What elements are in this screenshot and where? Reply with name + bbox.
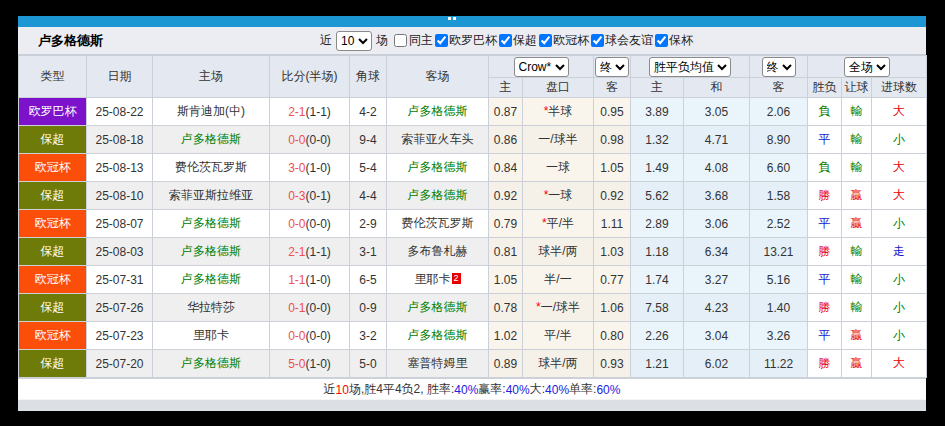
league-filter[interactable]: 保杯 xyxy=(653,32,693,49)
match-table-body: 欧罗巴杯25-08-22斯肯迪加(中)2-1(1-1)4-2卢多格德斯0.87*… xyxy=(19,98,927,378)
horizontal-scrollbar[interactable] xyxy=(18,399,926,411)
corner-score: 2-9 xyxy=(350,210,387,238)
scope-select[interactable]: 全场 xyxy=(844,57,890,77)
crow-home-odds: 0.92 xyxy=(489,182,523,210)
match-date: 25-08-22 xyxy=(87,98,153,126)
filter-bar: 卢多格德斯 近 10 场 同主 欧罗巴杯保超欧冠杯球会友谊保杯 xyxy=(18,27,926,55)
goals-result: 小 xyxy=(872,294,927,322)
col-header-goals: 进球数 xyxy=(872,78,927,98)
home-team-cell: 华拉特莎 xyxy=(153,294,270,322)
crow-handicap: *平/半 xyxy=(523,210,594,238)
away-team-name[interactable]: 卢多格德斯 xyxy=(408,300,468,314)
halftime-score: (0-0) xyxy=(306,301,331,315)
summary-segment: 60% xyxy=(596,383,620,397)
away-team-name[interactable]: 里耶卡 xyxy=(415,272,451,286)
home-team-name[interactable]: 费伦茨瓦罗斯 xyxy=(175,160,247,174)
match-row: 欧罗巴杯25-08-22斯肯迪加(中)2-1(1-1)4-2卢多格德斯0.87*… xyxy=(19,98,927,126)
crow-home-odds: 0.78 xyxy=(489,294,523,322)
away-team-name[interactable]: 费伦茨瓦罗斯 xyxy=(402,216,474,230)
match-date: 25-07-26 xyxy=(87,294,153,322)
home-team-cell: 卢多格德斯 xyxy=(153,238,270,266)
match-row: 保超25-08-03卢多格德斯2-1(1-1)3-1多布鲁札赫0.81球半/两1… xyxy=(19,238,927,266)
away-team-name[interactable]: 卢多格德斯 xyxy=(408,188,468,202)
goals-result: 小 xyxy=(872,126,927,154)
corner-score: 5-4 xyxy=(350,154,387,182)
avg-away-odds: 2.06 xyxy=(750,98,808,126)
fulltime-score: 1-1 xyxy=(288,273,305,287)
league-filter[interactable]: 欧罗巴杯 xyxy=(433,32,497,49)
halftime-score: (1-0) xyxy=(306,273,331,287)
corner-score: 3-2 xyxy=(350,322,387,350)
league-filter-checkbox[interactable] xyxy=(591,34,604,47)
avg-final-select[interactable]: 终 xyxy=(762,57,796,77)
crow-handicap: 球半/两 xyxy=(523,350,594,378)
crow-final-select[interactable]: 终 xyxy=(595,57,629,77)
home-team-name[interactable]: 斯肯迪加(中) xyxy=(177,104,245,118)
matches-table: 类型 日期 主场 比分(半场) 角球 客场 Crow* 终 胜平负均值 终 xyxy=(18,55,927,378)
header-controls-row: 类型 日期 主场 比分(半场) 角球 客场 Crow* 终 胜平负均值 终 xyxy=(19,56,927,78)
crow-away-odds: 1.11 xyxy=(594,210,631,238)
handicap-result: 輸 xyxy=(842,266,872,294)
away-team-name[interactable]: 卢多格德斯 xyxy=(408,160,468,174)
col-header-corner: 角球 xyxy=(350,56,387,98)
home-team-cell: 斯肯迪加(中) xyxy=(153,98,270,126)
match-count-select[interactable]: 10 xyxy=(336,31,372,51)
home-team-name[interactable]: 卢多格德斯 xyxy=(181,216,241,230)
col-header-avg-draw: 和 xyxy=(684,78,750,98)
avg-away-odds: 1.58 xyxy=(750,182,808,210)
in-play-star: * xyxy=(544,188,549,202)
league-filter[interactable]: 欧冠杯 xyxy=(537,32,589,49)
score-cell: 0-1(0-0) xyxy=(270,294,350,322)
away-team-name[interactable]: 塞普特姆里 xyxy=(408,356,468,370)
away-team-cell: 卢多格德斯 xyxy=(387,182,489,210)
home-team-name[interactable]: 卢多格德斯 xyxy=(181,244,241,258)
fulltime-score: 2-1 xyxy=(288,105,305,119)
home-team-name[interactable]: 索菲亚斯拉维亚 xyxy=(169,188,253,202)
goals-result: 大 xyxy=(872,154,927,182)
avg-odds-select[interactable]: 胜平负均值 xyxy=(649,57,731,77)
league-filter[interactable]: 球会友谊 xyxy=(589,32,653,49)
home-team-name[interactable]: 卢多格德斯 xyxy=(181,272,241,286)
summary-segment: 场,胜4平4负2, 胜率: xyxy=(349,381,454,398)
crow-handicap: 平/半 xyxy=(523,322,594,350)
goals-result: 大 xyxy=(872,350,927,378)
crow-final-select-cell: 终 xyxy=(594,56,631,78)
league-filter-checkbox[interactable] xyxy=(435,34,448,47)
match-row: 欧冠杯25-07-23里耶卡0-0(0-0)3-2卢多格德斯1.02平/半0.8… xyxy=(19,322,927,350)
home-team-name[interactable]: 里耶卡 xyxy=(193,328,229,342)
away-team-name[interactable]: 卢多格德斯 xyxy=(408,104,468,118)
avg-draw-odds: 6.34 xyxy=(684,238,750,266)
match-row: 保超25-07-20卢多格德斯5-0(1-0)5-0塞普特姆里0.89球半/两0… xyxy=(19,350,927,378)
match-result: 負 xyxy=(808,154,842,182)
home-team-name[interactable]: 卢多格德斯 xyxy=(181,132,241,146)
bookmaker-select[interactable]: Crow* xyxy=(514,57,569,77)
match-result: 勝 xyxy=(808,182,842,210)
same-host-checkbox[interactable] xyxy=(394,34,407,47)
league-filter-checkbox[interactable] xyxy=(499,34,512,47)
team-stats-panel: 卢多格德斯 近 10 场 同主 欧罗巴杯保超欧冠杯球会友谊保杯 类型 日期 主场 xyxy=(18,27,926,400)
score-cell: 0-0(0-0) xyxy=(270,126,350,154)
home-team-name[interactable]: 卢多格德斯 xyxy=(181,356,241,370)
score-cell: 5-0(1-0) xyxy=(270,350,350,378)
crow-away-odds: 0.98 xyxy=(594,126,631,154)
away-team-name[interactable]: 多布鲁札赫 xyxy=(408,244,468,258)
avg-home-odds: 7.58 xyxy=(631,294,684,322)
home-team-name[interactable]: 华拉特莎 xyxy=(187,300,235,314)
league-filter[interactable]: 保超 xyxy=(497,32,537,49)
goals-result: 大 xyxy=(872,182,927,210)
away-team-cell: 多布鲁札赫 xyxy=(387,238,489,266)
away-team-cell: 费伦茨瓦罗斯 xyxy=(387,210,489,238)
match-result: 平 xyxy=(808,126,842,154)
away-team-cell: 卢多格德斯 xyxy=(387,322,489,350)
avg-away-odds: 6.60 xyxy=(750,154,808,182)
crow-home-odds: 0.81 xyxy=(489,238,523,266)
away-team-name[interactable]: 卢多格德斯 xyxy=(408,328,468,342)
home-team-cell: 卢多格德斯 xyxy=(153,210,270,238)
corner-score: 4-2 xyxy=(350,98,387,126)
league-filter-checkbox[interactable] xyxy=(655,34,668,47)
corner-score: 6-5 xyxy=(350,266,387,294)
away-team-name[interactable]: 索菲亚火车头 xyxy=(402,132,474,146)
home-team-cell: 卢多格德斯 xyxy=(153,266,270,294)
league-filter-checkbox[interactable] xyxy=(539,34,552,47)
avg-draw-odds: 3.05 xyxy=(684,98,750,126)
